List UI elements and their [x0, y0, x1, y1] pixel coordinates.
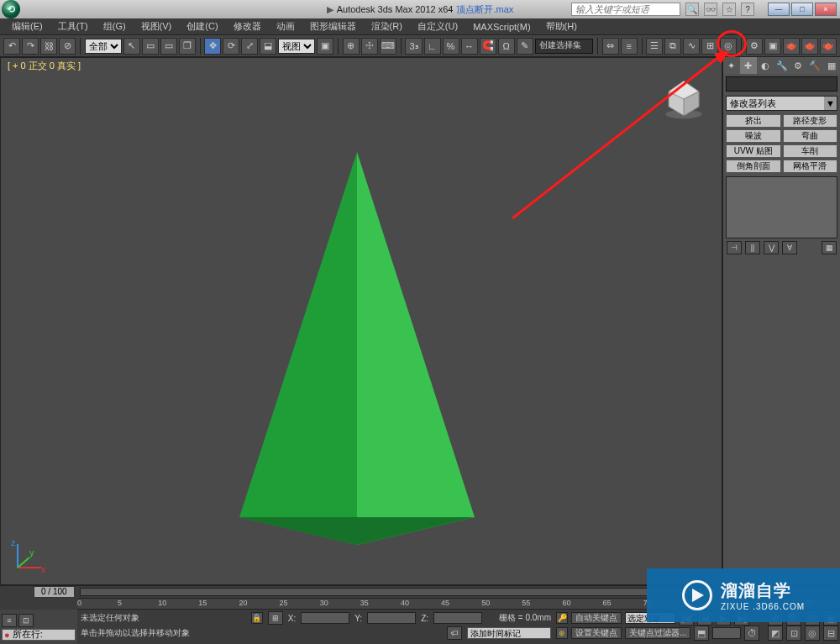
nav-arc-icon[interactable]: ◎: [805, 626, 820, 641]
key-filter-button[interactable]: 关键点过滤器...: [625, 627, 690, 639]
time-cfg2-icon[interactable]: ⏱: [744, 626, 759, 641]
menu-help[interactable]: 帮助(H): [539, 18, 584, 34]
search-input[interactable]: [571, 3, 680, 16]
magnet-button[interactable]: 🧲: [480, 38, 496, 55]
show-end-icon[interactable]: ||: [745, 241, 760, 254]
mod-extrude[interactable]: 挤出: [726, 114, 781, 128]
tab-modify[interactable]: ✚: [740, 57, 757, 74]
add-time-tag[interactable]: 添加时间标记: [467, 627, 551, 639]
listener-row-field[interactable]: ●所在行:: [2, 629, 76, 641]
viewport[interactable]: [ + 0 正交 0 真实 ] z x y: [0, 57, 722, 585]
percent-snap-button[interactable]: %: [443, 38, 459, 55]
search-icon[interactable]: 🔍: [685, 3, 699, 16]
select-button[interactable]: ↖: [123, 38, 140, 55]
mod-bevel[interactable]: 倒角剖面: [726, 160, 781, 173]
mod-meshsmooth[interactable]: 网格平滑: [783, 160, 838, 173]
select-region-button[interactable]: ▭: [160, 38, 177, 55]
menu-edit[interactable]: 编辑(E): [5, 18, 50, 34]
tab-extra[interactable]: ▦: [823, 57, 840, 74]
menu-grapheditor[interactable]: 图形编辑器: [303, 18, 363, 34]
selection-filter[interactable]: 全部: [85, 39, 122, 54]
magnet2-button[interactable]: Ω: [498, 38, 515, 55]
nav-min-icon[interactable]: ⊟: [823, 626, 838, 641]
make-unique-icon[interactable]: ⋁: [764, 241, 779, 254]
menu-group[interactable]: 组(G): [97, 18, 133, 34]
key-icon[interactable]: 🔑: [556, 612, 568, 624]
curve-ed-button[interactable]: ∿: [683, 38, 700, 55]
lock-icon[interactable]: 🔒: [251, 612, 263, 624]
window-crossing-button[interactable]: ❐: [179, 38, 196, 55]
menu-tools[interactable]: 工具(T): [51, 18, 95, 34]
move-button[interactable]: ✥: [204, 38, 221, 55]
editnamed-button[interactable]: ✎: [517, 38, 533, 55]
configure-sets-icon[interactable]: ▦: [822, 241, 837, 254]
material-ed-button[interactable]: ◎: [720, 38, 737, 55]
auto-key-button[interactable]: 自动关键点: [571, 612, 622, 624]
mod-lathe[interactable]: 车削: [783, 144, 838, 158]
render-frame-button[interactable]: ▣: [764, 38, 781, 55]
ref-coord-select[interactable]: 视图: [278, 39, 315, 54]
pyramid-object[interactable]: [231, 152, 483, 547]
menu-render[interactable]: 渲染(R): [365, 18, 409, 34]
nav-zoomall-icon[interactable]: ⊡: [786, 626, 801, 641]
align-button[interactable]: ≡: [621, 38, 638, 55]
spinner-snap-button[interactable]: ↔: [461, 38, 478, 55]
tab-create[interactable]: ✦: [723, 57, 740, 74]
manip-button[interactable]: ☩: [361, 38, 378, 55]
select-name-button[interactable]: ▭: [142, 38, 159, 55]
script-rec-icon[interactable]: ⊡: [18, 614, 34, 627]
info-icon[interactable]: ?: [741, 3, 754, 16]
keymode-button[interactable]: ⌨: [380, 38, 396, 55]
binoc-icon[interactable]: 👓: [704, 3, 717, 16]
selcenter-button[interactable]: ⊕: [343, 38, 360, 55]
rotate-button[interactable]: ⟳: [223, 38, 239, 55]
refcoord-button[interactable]: ⬓: [260, 38, 276, 55]
menu-animation[interactable]: 动画: [270, 18, 302, 34]
menu-customize[interactable]: 自定义(U): [411, 18, 465, 34]
time-slider[interactable]: 0 / 100: [34, 586, 75, 598]
mod-noise[interactable]: 噪波: [726, 129, 781, 143]
x-field[interactable]: [301, 612, 349, 624]
mirror-button[interactable]: ⇔: [602, 38, 619, 55]
pin-stack-icon[interactable]: ⊣: [727, 241, 742, 254]
modifier-stack[interactable]: [726, 176, 837, 238]
z-field[interactable]: [433, 612, 482, 624]
nav-fov-icon[interactable]: ◩: [768, 626, 783, 641]
link-button[interactable]: ⛓: [40, 38, 57, 55]
maximize-button[interactable]: □: [791, 3, 813, 16]
tab-motion[interactable]: 🔧: [774, 57, 790, 74]
y-field[interactable]: [367, 612, 416, 624]
unlink-button[interactable]: ⊘: [59, 38, 76, 55]
modifier-list[interactable]: 修改器列表 ▼: [726, 96, 837, 111]
object-name-field[interactable]: [726, 76, 837, 92]
viewport-label[interactable]: [ + 0 正交 0 真实 ]: [8, 60, 81, 72]
redo-button[interactable]: ↷: [22, 38, 39, 55]
menu-view[interactable]: 视图(V): [134, 18, 179, 34]
time-config-icon[interactable]: ⬒: [694, 626, 709, 641]
set-key-button[interactable]: 设置关键点: [571, 627, 622, 639]
menu-create[interactable]: 创建(C): [180, 18, 224, 34]
tab-display[interactable]: ⚙: [790, 57, 806, 74]
layers-button[interactable]: ☰: [646, 38, 663, 55]
dropdown-arrow-icon[interactable]: ▼: [824, 97, 837, 110]
script-mini-icon[interactable]: ≡: [2, 614, 17, 627]
tab-utilities[interactable]: 🔨: [806, 57, 823, 74]
key2-icon[interactable]: ⊕: [556, 627, 568, 639]
named-sel-set[interactable]: 创建选择集: [535, 39, 594, 54]
layer-mgr-button[interactable]: ⧉: [664, 38, 681, 55]
viewcube[interactable]: [661, 76, 706, 122]
mod-pathdeform[interactable]: 路径变形: [783, 114, 838, 128]
abs-rel-icon[interactable]: ⊞: [268, 611, 283, 625]
render-button[interactable]: 🫖: [783, 38, 800, 55]
scale-button[interactable]: ⤢: [241, 38, 258, 55]
menu-modifiers[interactable]: 修改器: [227, 18, 268, 34]
snap-3-button[interactable]: 3₃: [405, 38, 422, 55]
angle-snap-button[interactable]: ∟: [424, 38, 441, 55]
render-setup-button[interactable]: ⚙: [746, 38, 763, 55]
minimize-button[interactable]: —: [768, 3, 790, 16]
pivot-button[interactable]: ▣: [317, 38, 333, 55]
undo-button[interactable]: ↶: [3, 38, 20, 55]
render-prod-button[interactable]: 🫖: [801, 38, 818, 55]
render-last-button[interactable]: 🫖: [820, 38, 837, 55]
viewport-canvas[interactable]: z x y: [4, 68, 718, 581]
